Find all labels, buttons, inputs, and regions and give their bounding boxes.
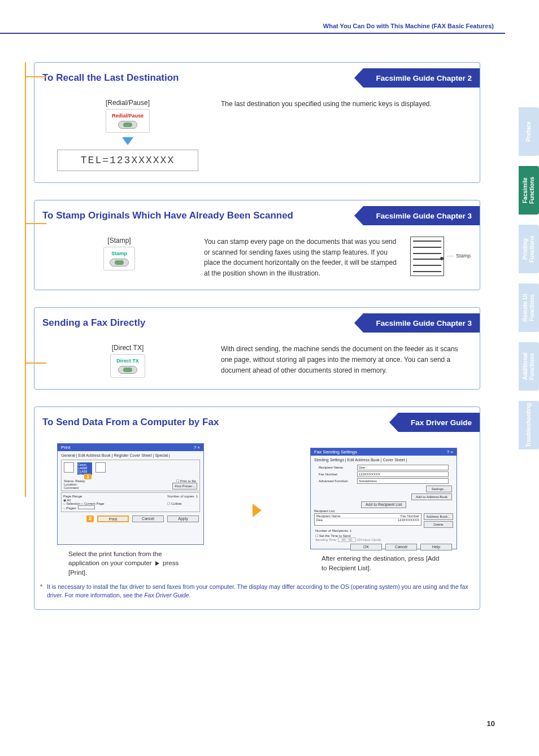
key-button-icon	[118, 366, 137, 374]
direct-tx-key: Direct TX	[110, 354, 145, 378]
key-button-icon	[110, 259, 129, 266]
status-text: Status: ReadyLocation:Comment:	[64, 479, 85, 490]
side-tab-facsimile-functions[interactable]: Facsimile Functions	[519, 166, 539, 215]
panel-key-text: Direct TX	[116, 358, 139, 364]
key-button-icon	[118, 121, 137, 129]
page-content: To Recall the Last Destination Facsimile…	[34, 62, 480, 610]
panel-key-text: Stamp	[110, 251, 129, 256]
guide-reference: Facsimile Guide Chapter 3	[363, 206, 480, 225]
step-marker-1: 1	[84, 474, 92, 479]
side-tab-additional-functions[interactable]: Additional Functions	[519, 342, 539, 391]
dialog-tabs: General | Edit Address Book | Register C…	[58, 451, 203, 458]
add-to-address-book-button: Add to Address Book	[411, 493, 452, 500]
dialog-title: Fax Sending Settings	[314, 449, 357, 455]
copies-label: Number of copies: 1	[167, 495, 198, 498]
dialog-title: Print	[61, 445, 70, 450]
delete-button: Delete	[424, 521, 453, 528]
arrow-right-icon	[253, 504, 262, 517]
arrow-down-icon	[122, 137, 133, 145]
ok-button: OK	[350, 544, 382, 550]
header-breadcrumb[interactable]: What You Can Do with This Machine (FAX B…	[323, 23, 494, 29]
printer-icon	[64, 462, 74, 473]
dialog-help-icon: ? ×	[447, 449, 453, 455]
stamp-document-illustration	[410, 237, 444, 276]
selected-printer-highlight: Canon LASER CLASS 700 Series (FAX)	[77, 462, 92, 475]
panel-key-text: Redial/Pause	[112, 113, 144, 119]
guide-reference: Facsimile Guide Chapter 3	[363, 313, 480, 333]
print-button: Print	[97, 515, 129, 522]
cancel-button: Cancel	[132, 515, 164, 522]
stamp-key: Stamp	[103, 247, 135, 270]
key-label: [Stamp]	[34, 237, 204, 244]
side-tab-preface[interactable]: Preface	[519, 107, 539, 156]
apply-button: Apply	[167, 515, 199, 522]
address-book-button: Address Book...	[424, 513, 453, 520]
redial-pause-key: Redial/Pause	[106, 109, 150, 133]
tree-connector	[25, 223, 46, 224]
find-printer-button: Find Printer...	[172, 483, 197, 490]
section-recall: To Recall the Last Destination Facsimile…	[34, 62, 480, 183]
help-button: Help	[420, 544, 452, 550]
section-title: Sending a Fax Directly	[42, 317, 145, 329]
caption-2: After entering the destination, press [A…	[321, 554, 446, 572]
recipient-list-label: Recipient List:	[311, 509, 457, 513]
form-row: Advanced Function:Subaddress	[314, 478, 453, 484]
side-tab-troubleshooting[interactable]: Troubleshooting	[519, 401, 539, 449]
key-label: [Redial/Pause]	[34, 99, 221, 107]
side-tab-printing-functions[interactable]: Printing Functions	[519, 225, 539, 273]
section-description: You can stamp every page on the document…	[204, 237, 402, 278]
section-pc-fax: To Send Data From a Computer by Fax Fax …	[34, 407, 480, 610]
side-tab-remote-ui-functions[interactable]: Remote UI Functions	[519, 283, 539, 332]
dialog-tabs: Sending Settings | Edit Address Book | C…	[311, 456, 457, 463]
printer-icon	[95, 462, 106, 473]
section-title: To Recall the Last Destination	[42, 72, 179, 84]
arrow-right-icon	[155, 561, 159, 566]
side-tabs: PrefaceFacsimile FunctionsPrinting Funct…	[519, 107, 539, 449]
section-header: To Recall the Last Destination Facsimile…	[34, 63, 480, 93]
guide-reference: Facsimile Guide Chapter 2	[363, 68, 480, 88]
cancel-button: Cancel	[385, 544, 417, 550]
step-marker-2: 2	[86, 515, 94, 522]
section-direct-tx: Sending a Fax Directly Facsimile Guide C…	[34, 307, 480, 390]
section-title: To Stamp Originals Which Have Already Be…	[42, 210, 293, 221]
print-dialog-screenshot: Print? × General | Edit Address Book | R…	[57, 443, 204, 545]
section-stamp: To Stamp Originals Which Have Already Be…	[34, 200, 480, 290]
tree-connector	[25, 76, 46, 77]
form-row: Fax Number:123XXXXXXX	[314, 471, 453, 478]
key-label: [Direct TX]	[34, 344, 221, 352]
footnote: * It is necessary to install the fax dri…	[47, 583, 474, 601]
dialog-help-icon: ? ×	[194, 445, 200, 450]
guide-reference: Fax Driver Guide	[398, 413, 480, 432]
page-number: 10	[487, 719, 495, 728]
section-description: The last destination you specified using…	[221, 99, 432, 110]
stamp-callout-label: Stamp	[456, 252, 471, 260]
section-description: With direct sending, the machine sends t…	[221, 344, 471, 375]
settings-button: Settings...	[426, 486, 452, 492]
fax-sending-settings-screenshot: Fax Sending Settings? × Sending Settings…	[310, 448, 457, 549]
tree-connector	[25, 362, 46, 364]
lcd-display: TEL=123XXXXXX	[57, 150, 198, 171]
top-rule	[0, 33, 505, 34]
tree-line-vertical	[25, 62, 26, 497]
section-title: To Send Data From a Computer by Fax	[42, 417, 219, 428]
add-to-recipient-list-button: Add to Recipient List	[361, 501, 406, 508]
print-to-file-checkbox: ☐ Print to file	[176, 479, 196, 483]
form-row: Recipient Name:Dee	[314, 464, 453, 471]
caption-1: Select the print function from the appli…	[68, 549, 193, 576]
